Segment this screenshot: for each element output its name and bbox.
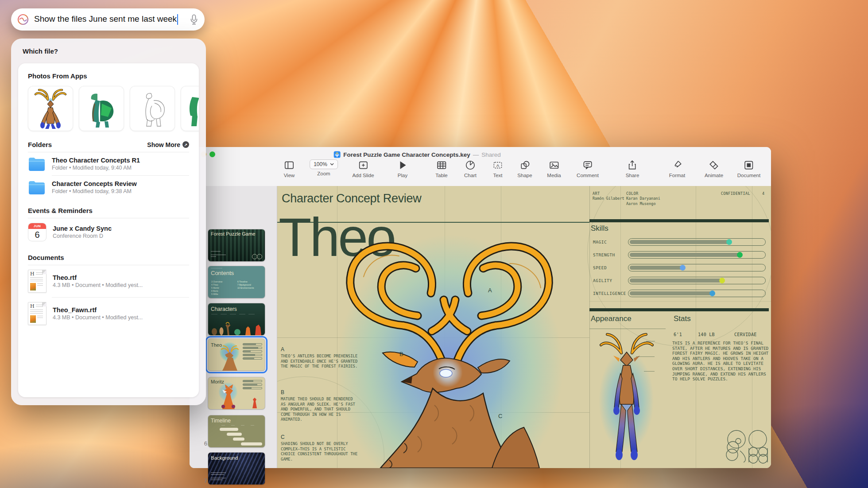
text-icon: A [492, 159, 504, 171]
toolbar-chart-button[interactable]: Chart [464, 159, 477, 178]
folder-row-character-concepts-review[interactable]: Character Concepts Review Folder • Modif… [28, 176, 189, 199]
stat-height: 6'1 [674, 332, 682, 337]
shape-icon [519, 159, 531, 171]
toolbar-document-button[interactable]: Document [737, 159, 760, 178]
figure-label-b: B [399, 351, 403, 357]
credit-color: COLOR Karan Daryanani Aaron Musengo [626, 191, 660, 206]
search-input[interactable]: Show the files June sent me last week [34, 14, 190, 25]
confidential-label: CONFIDENTIAL [711, 191, 750, 196]
documents-section-title: Documents [28, 254, 189, 261]
stat-weight: 140 LB [698, 332, 715, 337]
page-number: 4 [762, 191, 765, 196]
toolbar-comment-button[interactable]: Comment [577, 159, 599, 178]
siri-icon [17, 14, 29, 25]
toolbar-table-button[interactable]: Table [435, 159, 448, 178]
microphone-icon[interactable] [190, 14, 198, 25]
annotation-c: C SHADING SHOULD NOT BE OVERLY COMPLEX—T… [281, 434, 358, 462]
annotation-a: A THEO'S ANTLERS BECOME PREHENSILE AND E… [281, 346, 358, 369]
rtf-document-icon: H [28, 302, 46, 325]
theo-illustration [302, 197, 589, 468]
zoom-value: 100% [314, 161, 327, 167]
photos-section-title: Photos From Apps [28, 72, 189, 80]
results-card: Photos From Apps [18, 63, 199, 397]
media-icon [548, 159, 560, 171]
keynote-window: Forest Puzzle Game Character Concepts.ke… [190, 147, 771, 468]
toolbar-format-button[interactable]: Format [669, 159, 685, 178]
share-icon [627, 159, 638, 171]
siri-results-panel: Which file? Photos From Apps [11, 39, 206, 405]
animate-icon [708, 159, 720, 171]
toolbar-view-button[interactable]: View [283, 159, 295, 178]
photo-deer-character[interactable] [28, 86, 73, 131]
folder-icon [28, 157, 46, 171]
comment-icon [582, 159, 593, 171]
folder-row-theo-character-concepts[interactable]: Theo Character Concepts R1 Folder • Modi… [28, 152, 189, 175]
figure-label-a: A [488, 287, 492, 294]
toolbar-animate-button[interactable]: Animate [705, 159, 723, 178]
folders-section-title: Folders [28, 141, 52, 148]
calendar-icon: JUN 6 [28, 223, 46, 241]
studio-logo [722, 430, 771, 464]
folder-icon [28, 180, 46, 194]
document-icon [743, 159, 755, 171]
document-row-theo-rtf[interactable]: H Theo.rtf 4.3 MB • Document • Modified … [28, 265, 189, 297]
events-section-title: Events & Reminders [28, 207, 189, 214]
photos-row [28, 86, 189, 131]
show-more-link[interactable]: Show More ↗ [147, 141, 189, 148]
event-row-june-candy-sync[interactable]: JUN 6 June x Candy Sync Conference Room … [28, 218, 189, 246]
skills-title: Skills [591, 224, 608, 233]
logo-circles-icon [252, 253, 263, 260]
credit-art: ART Ramón Gilabert [593, 191, 624, 201]
toolbar-play-button[interactable]: Play [397, 159, 408, 178]
toolbar-zoom-control[interactable]: 100% Zoom [310, 159, 338, 176]
svg-text:A: A [496, 163, 500, 168]
table-icon [436, 159, 447, 171]
toolbar-media-button[interactable]: Media [547, 159, 561, 178]
slide-thumbnail-3[interactable]: Characters [208, 303, 265, 335]
slide-thumbnail-2[interactable]: Contents 3 Overview 4 Theo 5 Moritz 8 Bo… [208, 266, 265, 298]
slide-thumbnail-7[interactable]: Background [208, 453, 265, 484]
format-brush-icon [671, 159, 683, 171]
stats-title: Stats [674, 314, 691, 323]
slide-number-6: 6 [198, 440, 207, 447]
panel-title: Which file? [23, 47, 58, 55]
siri-search-bar[interactable]: Show the files June sent me last week [11, 8, 205, 31]
toolbar-share-button[interactable]: Share [626, 159, 639, 178]
photo-green-character[interactable] [181, 86, 199, 131]
zoom-window-button[interactable] [209, 151, 215, 157]
photo-turtle-character[interactable] [79, 86, 124, 131]
mini-moritz [218, 383, 239, 409]
slide-canvas[interactable]: Character Concept Review ART Ramón Gilab… [277, 186, 771, 468]
toolbar-shape-button[interactable]: Shape [517, 159, 532, 178]
mini-theo [219, 343, 241, 371]
toolbar-add-slide-button[interactable]: Add Slide [352, 159, 374, 178]
shared-badge: Shared [481, 151, 501, 158]
document-row-theo-fawn-rtf[interactable]: H Theo_Fawn.rtf 4.3 MB • Document • Modi… [28, 298, 189, 329]
arrow-up-right-icon: ↗ [182, 141, 189, 148]
stats-description: THIS IS A REFERENCE FOR THEO'S FINAL STA… [672, 341, 771, 382]
slide-thumbnail-4-selected[interactable]: Theo [208, 339, 265, 371]
rtf-document-icon: H [28, 270, 46, 293]
keynote-app-icon [333, 151, 341, 158]
chart-icon [465, 159, 476, 171]
view-sidebar-icon [283, 159, 295, 171]
play-icon [397, 159, 408, 171]
slide-thumbnail-6[interactable]: Timeline [208, 415, 265, 447]
slide-thumbnail-1[interactable]: Forest Puzzle Game [208, 229, 265, 261]
desktop: Forest Puzzle Game Character Concepts.ke… [0, 0, 868, 488]
slide-thumbnail-5[interactable]: Moritz [208, 377, 265, 409]
toolbar-text-button[interactable]: A Text [492, 159, 504, 178]
text-cursor [177, 14, 178, 25]
add-slide-icon [357, 159, 369, 171]
stat-family: CERVIDAE [734, 332, 757, 337]
mini-moritz-small [251, 397, 259, 408]
slide-number-7: 7 [198, 477, 207, 484]
window-titlebar[interactable]: Forest Puzzle Game Character Concepts.ke… [190, 147, 771, 186]
character-lineup [208, 320, 265, 335]
window-title: Forest Puzzle Game Character Concepts.ke… [333, 151, 501, 158]
appearance-title: Appearance [591, 314, 632, 323]
annotation-b: B MATURE THEO SHOULD BE RENDERED AS ANGU… [281, 389, 358, 422]
photo-turtle-sketch[interactable] [130, 86, 175, 131]
chevron-down-icon [330, 163, 334, 166]
theo-fullbody-figure [594, 325, 660, 468]
